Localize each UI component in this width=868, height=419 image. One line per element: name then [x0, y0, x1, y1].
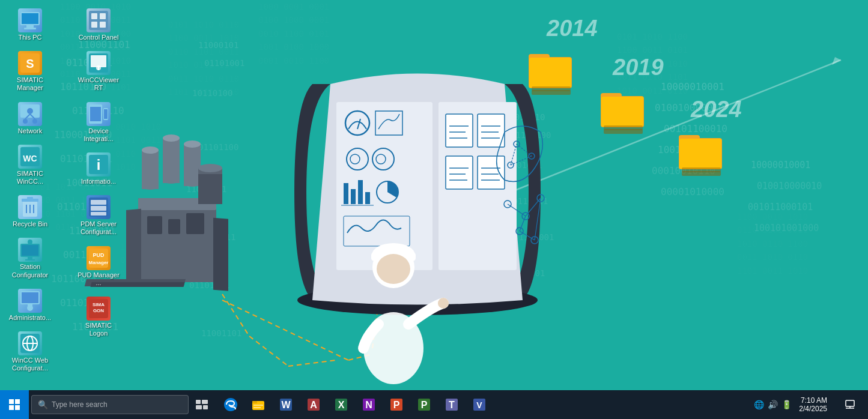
- taskbar-word[interactable]: W: [273, 391, 299, 418]
- svg-rect-141: [26, 25, 34, 28]
- svg-rect-198: [15, 399, 20, 404]
- wincc-viewer-label: WinCCViewer RT: [77, 76, 120, 92]
- taskbar-project[interactable]: P: [411, 391, 437, 418]
- simatic-logon-label: SIMATIC Logon: [77, 322, 120, 337]
- svg-text:S: S: [26, 57, 34, 70]
- pdm-server-label: PDM Server Configurat...: [77, 220, 120, 236]
- icon-simatic-logon[interactable]: SIMA GON SIMATIC Logon: [74, 294, 123, 340]
- svg-rect-182: [90, 107, 101, 121]
- simatic-manager-icon: S: [18, 51, 42, 75]
- icon-administrator[interactable]: Administrato...: [6, 286, 54, 324]
- icon-simatic-wincc[interactable]: WC SIMATIC WinCC...: [6, 142, 54, 188]
- start-button[interactable]: [0, 390, 29, 419]
- icon-station-config[interactable]: Station Configurator: [6, 235, 54, 281]
- svg-rect-93: [344, 183, 348, 204]
- device-integration-label: Device Integrati...: [77, 127, 120, 143]
- svg-text:PUD: PUD: [93, 252, 105, 258]
- battery-icon[interactable]: 🔋: [782, 400, 792, 409]
- this-pc-label: This PC: [18, 34, 41, 41]
- information-icon: i: [86, 152, 111, 176]
- svg-text:GON: GON: [93, 308, 104, 313]
- svg-rect-173: [91, 13, 97, 19]
- simatic-wincc-label: SIMATIC WinCC...: [8, 170, 52, 185]
- systray-icons: 🌐 🔊 🔋: [749, 400, 797, 409]
- clock-date: 2/4/2025: [799, 405, 827, 413]
- svg-text:W: W: [281, 400, 291, 410]
- svg-rect-197: [9, 399, 14, 404]
- simatic-logon-icon: SIMA GON: [86, 297, 111, 321]
- taskbar: 🔍 Type here search: [0, 390, 868, 419]
- device-integration-icon: [86, 102, 111, 126]
- network-tray-icon[interactable]: 🌐: [754, 400, 764, 409]
- search-icon: 🔍: [38, 400, 48, 409]
- svg-text:2014: 2014: [546, 16, 598, 41]
- taskbar-edge[interactable]: [217, 391, 244, 418]
- svg-rect-113: [478, 156, 505, 189]
- svg-line-82: [288, 360, 336, 366]
- task-view-button[interactable]: [189, 391, 215, 418]
- svg-text:P: P: [393, 400, 400, 410]
- svg-rect-189: [91, 206, 106, 211]
- taskbar-teams[interactable]: T: [439, 391, 465, 418]
- taskbar-visio[interactable]: V: [466, 391, 493, 418]
- svg-text:A: A: [310, 400, 317, 410]
- taskbar-excel[interactable]: X: [328, 391, 354, 418]
- icon-information[interactable]: i Informatio...: [74, 150, 123, 188]
- svg-rect-165: [22, 292, 38, 303]
- icon-device-integration[interactable]: Device Integrati...: [74, 100, 123, 145]
- desktop-icons-container: This PC S SIMATIC Manager: [6, 6, 138, 384]
- taskbar-powerpoint[interactable]: P: [383, 391, 410, 418]
- svg-point-72: [198, 164, 222, 172]
- svg-rect-167: [28, 304, 32, 309]
- svg-rect-204: [203, 405, 208, 409]
- taskbar-search[interactable]: 🔍 Type here search: [31, 395, 189, 414]
- svg-text:01101100: 01101100: [198, 142, 238, 152]
- svg-text:00001010000: 00001010000: [661, 186, 724, 197]
- taskbar-access[interactable]: A: [300, 391, 327, 418]
- svg-rect-175: [91, 22, 97, 28]
- taskbar-clock[interactable]: 7:10 AM 2/4/2025: [799, 396, 834, 413]
- svg-rect-74: [168, 219, 180, 234]
- svg-point-63: [142, 146, 159, 154]
- svg-text:P: P: [421, 400, 428, 410]
- icon-control-panel[interactable]: Control Panel: [74, 6, 123, 44]
- volume-icon[interactable]: 🔊: [768, 400, 778, 409]
- network-icon: [18, 102, 42, 126]
- svg-point-148: [27, 108, 33, 114]
- svg-rect-48: [601, 97, 643, 127]
- svg-rect-207: [252, 401, 257, 403]
- icon-this-pc[interactable]: This PC: [6, 6, 54, 44]
- taskbar-onenote[interactable]: N: [356, 391, 382, 418]
- station-config-icon: [18, 238, 42, 262]
- svg-rect-75: [186, 213, 204, 234]
- svg-rect-162: [25, 259, 35, 261]
- notification-button[interactable]: [837, 391, 863, 418]
- svg-text:10110100: 10110100: [192, 88, 232, 98]
- administrator-icon: [18, 289, 42, 313]
- svg-rect-174: [100, 13, 106, 19]
- svg-rect-209: [253, 407, 261, 408]
- svg-text:00101100010: 00101100010: [664, 123, 727, 134]
- svg-text:T: T: [449, 400, 455, 410]
- icon-winccweb[interactable]: WinCC Web Configurat...: [6, 329, 54, 375]
- icon-network[interactable]: Network: [6, 100, 54, 137]
- desktop: 1100 0010 10100110 1101 00111010 0110 11…: [0, 0, 868, 390]
- svg-rect-201: [196, 400, 201, 404]
- svg-rect-101: [446, 114, 473, 147]
- taskbar-file-explorer[interactable]: [245, 391, 272, 418]
- svg-rect-68: [184, 144, 201, 186]
- svg-text:WC: WC: [23, 154, 37, 163]
- svg-text:11000101: 11000101: [198, 40, 238, 50]
- icon-pud-manager[interactable]: PUD Manager PUD Manager ...: [74, 244, 123, 289]
- svg-point-137: [377, 254, 410, 284]
- svg-rect-94: [351, 189, 356, 204]
- svg-rect-140: [22, 13, 38, 24]
- svg-rect-54: [679, 139, 721, 169]
- svg-rect-96: [365, 192, 370, 204]
- administrator-label: Administrato...: [9, 314, 51, 322]
- icon-recycle-bin[interactable]: Recycle Bin: [6, 193, 54, 231]
- icon-wincc-viewer[interactable]: WinCCViewer RT: [74, 49, 123, 94]
- svg-point-147: [32, 119, 37, 124]
- icon-simatic-manager[interactable]: S SIMATIC Manager: [6, 49, 54, 94]
- icon-pdm-server[interactable]: PDM Server Configurat...: [74, 193, 123, 238]
